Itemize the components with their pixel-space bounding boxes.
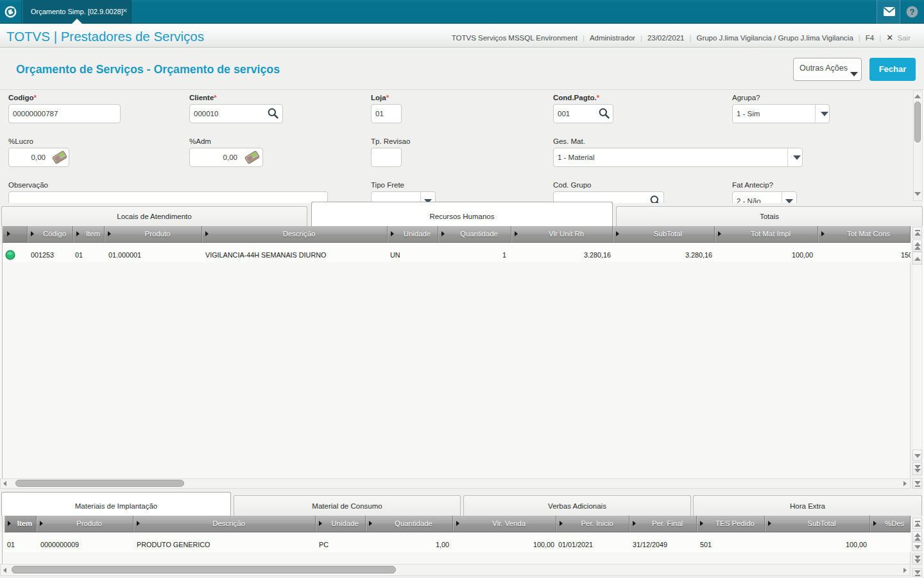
svg-text:?: ? — [910, 7, 915, 17]
